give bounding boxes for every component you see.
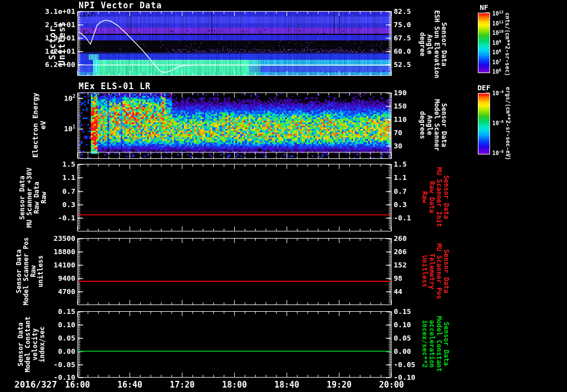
- modelconst-right-axis-title: Sensor Data Model Constant acceleration …: [421, 316, 450, 372]
- scannerpos-left-tick-label: 18800: [54, 247, 75, 256]
- scannerpos-left-tick-label: 4700: [58, 287, 75, 296]
- mu30v-right-tick-label: 1.5: [394, 160, 406, 168]
- npi-right-tick-label: 75.0: [394, 20, 411, 29]
- def-colorbar-tick-label: 10-4: [492, 90, 503, 96]
- mu30v-right-tick-label: 0.3: [394, 200, 406, 209]
- npi-panel-title: NPI Vector Data: [79, 1, 162, 11]
- x-tick-label: 16:40: [117, 380, 142, 390]
- scannerpos-right-tick-label: 98: [394, 274, 403, 282]
- mu30v-right-tick-label: 1.1: [394, 173, 406, 182]
- els-panel-title: MEx ELS-01 LR: [79, 81, 151, 91]
- modelconst-left-tick-label: 0.15: [58, 307, 75, 316]
- nf-colorbar-tick-label: 1010: [492, 29, 503, 36]
- x-tick-label: 16:00: [65, 380, 90, 390]
- npi-axes-box: [78, 12, 391, 76]
- mu30v-left-tick-label: 0.3: [63, 200, 75, 209]
- plot-stage: NPI Vector Data MEx ELS-01 LR Sector Uni…: [0, 0, 567, 392]
- modelconst-left-tick-label: 0.05: [58, 334, 75, 342]
- els-left-tick-label: 101: [64, 125, 75, 133]
- mu30v-right-tick-label: -0.1: [394, 214, 411, 222]
- esh-sun-elevation-curve: [79, 20, 391, 72]
- modelconst-left-tick-label: 0.00: [58, 347, 75, 355]
- x-tick-label: 17:20: [169, 380, 194, 390]
- nf-colorbar-tick-label: 109: [492, 39, 501, 46]
- nf-colorbar-tick-label: 1012: [492, 10, 503, 17]
- x-tick-label: 20:00: [379, 380, 404, 390]
- nf-colorbar-tick-label: 106: [492, 68, 501, 75]
- def-colorbar-units: ergs/(cm**2-sr-sec-eV): [505, 87, 511, 160]
- npi-right-axis-title: Sensor Data ESH Sun Elevation Angle degr…: [419, 11, 447, 79]
- mu30v-left-tick-label: -0.1: [58, 214, 75, 222]
- date-label: 2016/327: [14, 379, 57, 390]
- els-right-tick-label: 190: [394, 89, 406, 97]
- els-right-tick-label: 70: [394, 128, 403, 137]
- mu30v-axes-box: [78, 164, 391, 231]
- nf-colorbar: [478, 13, 490, 73]
- modelconst-left-tick-label: 0.10: [58, 321, 75, 329]
- els-right-axis-title: Sensor Data Model Scanner Angle degrees: [419, 99, 447, 151]
- els-right-tick-label: 150: [394, 102, 406, 110]
- def-colorbar-tick-label: 10-6: [492, 120, 503, 126]
- mu30v-left-tick-label: 1.5: [63, 160, 75, 168]
- modelconst-left-axis-title: Sensor Data Model Constant velocity inde…: [17, 316, 46, 372]
- modelconst-right-tick-label: 0.00: [394, 347, 411, 355]
- scannerpos-right-tick-label: 44: [394, 287, 403, 296]
- els-left-axis-title: Electron Energy eV: [32, 92, 47, 157]
- npi-left-tick-label: 1.9e+01: [45, 34, 75, 42]
- modelconst-right-tick-label: -0.05: [394, 360, 415, 369]
- scannerpos-left-tick-label: 14100: [54, 261, 75, 269]
- def-colorbar-title: DEF: [475, 84, 493, 92]
- mu30v-left-tick-label: 0.7: [63, 187, 75, 195]
- scannerpos-right-tick-label: 152: [394, 261, 406, 269]
- scannerpos-left-tick-label: 23500: [54, 234, 75, 243]
- npi-left-tick-label: 2.5e+01: [45, 20, 75, 29]
- els-right-tick-label: 30: [394, 142, 403, 150]
- modelconst-right-tick-label: 0.10: [394, 321, 411, 329]
- modelconst-right-tick-label: 0.15: [394, 307, 411, 316]
- npi-left-tick-label: 6.2e+00: [45, 60, 75, 69]
- def-colorbar: [478, 93, 490, 154]
- npi-right-tick-label: 60.0: [394, 47, 411, 55]
- nf-colorbar-units: cnts/(cm**2-sr-sec): [504, 13, 511, 76]
- modelconst-left-tick-label: -0.05: [54, 360, 75, 369]
- scannerpos-axes-box: [78, 239, 391, 305]
- els-axes-box: [78, 93, 391, 159]
- mu30v-right-tick-label: 0.7: [394, 187, 406, 195]
- npi-left-tick-label: 3.1e+01: [45, 7, 75, 16]
- modelconst-axes-box: [78, 312, 391, 378]
- npi-left-tick-label: 1.2e+01: [45, 47, 75, 55]
- nf-colorbar-tick-label: 108: [492, 49, 501, 55]
- scannerpos-left-axis-title: Sensor Data Model Scanner Pos Raw unitle…: [16, 238, 44, 306]
- nf-colorbar-tick-label: 1011: [492, 20, 503, 27]
- npi-right-tick-label: 52.5: [394, 60, 411, 69]
- npi-right-tick-label: 67.5: [394, 34, 411, 42]
- scannerpos-right-tick-label: 206: [394, 247, 406, 256]
- mu30v-left-axis-title: Sensor Data MU Scanner +30V Raw Data Raw: [19, 168, 48, 228]
- nf-colorbar-title: NF: [475, 3, 493, 12]
- def-colorbar-tick-label: 10-8: [492, 149, 503, 156]
- scannerpos-right-axis-title: Sensor Data MU Scanner Pos Telemetry Uni…: [421, 243, 450, 299]
- els-right-tick-label: 110: [394, 115, 406, 123]
- npi-right-tick-label: 82.5: [394, 7, 411, 16]
- x-tick-label: 18:00: [222, 380, 247, 390]
- els-left-tick-label: 102: [64, 94, 75, 102]
- x-tick-label: 19:20: [327, 380, 352, 390]
- mu30v-left-tick-label: 1.1: [63, 173, 75, 182]
- mu30v-right-axis-title: Sensor Data MU Scanner Init Raw Data Raw: [421, 167, 450, 227]
- modelconst-right-tick-label: 0.05: [394, 334, 411, 342]
- scannerpos-left-tick-label: 9400: [58, 274, 75, 282]
- nf-colorbar-tick-label: 107: [492, 59, 501, 65]
- scannerpos-right-tick-label: 260: [394, 234, 406, 243]
- x-tick-label: 18:40: [274, 380, 299, 390]
